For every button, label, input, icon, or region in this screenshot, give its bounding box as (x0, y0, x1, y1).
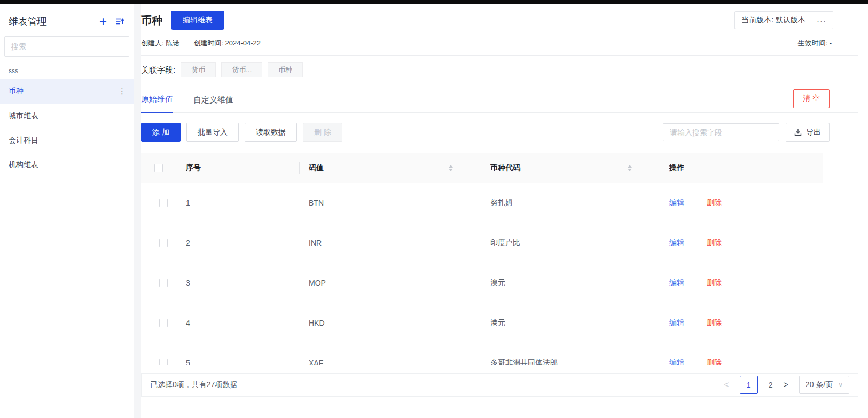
delete-button[interactable]: 删 除 (303, 123, 342, 142)
row-checkbox[interactable] (159, 199, 168, 207)
next-page-icon[interactable]: > (784, 380, 788, 390)
sidebar-item-currency[interactable]: 币种 ⋮ (0, 79, 134, 104)
sidebar-search-input[interactable] (4, 36, 129, 57)
effective-label: 生效时间: (797, 39, 827, 47)
row-checkbox[interactable] (159, 319, 168, 327)
table-body: 1 BTN 努扎姆 编辑 删除 2 INR 印度卢比 编辑 删除 (141, 183, 823, 365)
related-fields-row: 关联字段: 货币 货币... 币种 (141, 62, 858, 77)
export-label: 导出 (806, 128, 821, 137)
row-edit-link[interactable]: 编辑 (669, 358, 684, 365)
sidebar-item-accounting[interactable]: 会计科目 (0, 128, 134, 153)
prev-page-icon[interactable]: < (724, 380, 729, 390)
table-header: 序号 码值 币种代码 操作 (141, 153, 823, 183)
sidebar-item-organization[interactable]: 机构维表 (0, 153, 134, 177)
row-checkbox[interactable] (159, 239, 168, 247)
column-header-currency-code[interactable]: 币种代码 (481, 153, 660, 183)
sidebar-item-label: 币种 (9, 86, 24, 96)
chevron-down-icon: ∨ (838, 381, 843, 389)
page-size-select[interactable]: 20 条/页 ∨ (799, 376, 849, 394)
row-checkbox[interactable] (159, 279, 168, 287)
cell-name: 努扎姆 (481, 198, 660, 208)
created-value: 2024-04-22 (225, 39, 261, 47)
creator-value: 陈诺 (166, 39, 179, 47)
cell-code: INR (299, 239, 481, 247)
table-row: 1 BTN 努扎姆 编辑 删除 (141, 183, 823, 223)
add-dimension-table-icon[interactable]: + (99, 16, 107, 27)
row-delete-link[interactable]: 删除 (707, 238, 722, 248)
kebab-menu-icon[interactable]: ⋮ (118, 86, 126, 96)
page-button-1[interactable]: 1 (740, 376, 758, 394)
caret-up-icon (449, 165, 453, 168)
select-all-cell (141, 153, 176, 183)
version-divider (811, 17, 811, 24)
export-button[interactable]: 导出 (786, 123, 830, 142)
sort-icon[interactable] (628, 165, 632, 171)
batch-import-button[interactable]: 批量导入 (186, 123, 239, 142)
cell-no: 3 (176, 279, 299, 287)
sidebar-item-label: 城市维表 (9, 111, 38, 121)
cell-name: 港元 (481, 318, 660, 328)
download-icon (794, 129, 802, 136)
sort-icon[interactable] (449, 165, 453, 171)
sidebar: 维表管理 + sss 币种 ⋮ (0, 4, 134, 418)
table-row: 3 MOP 澳元 编辑 删除 (141, 263, 823, 303)
row-edit-link[interactable]: 编辑 (669, 198, 684, 208)
caret-down-icon (628, 169, 632, 171)
data-table: 序号 码值 币种代码 操作 (141, 153, 823, 365)
field-tag: 货币 (181, 62, 216, 77)
sidebar-item-city[interactable]: 城市维表 (0, 104, 134, 128)
row-delete-link[interactable]: 删除 (707, 198, 722, 208)
caret-up-icon (628, 165, 632, 168)
column-header-label: 码值 (309, 163, 324, 173)
cell-no: 5 (176, 359, 299, 365)
row-edit-link[interactable]: 编辑 (669, 318, 684, 328)
clear-button[interactable]: 清 空 (793, 89, 830, 108)
sidebar-title: 维表管理 (9, 15, 99, 28)
table-row: 4 HKD 港元 编辑 删除 (141, 303, 823, 343)
cell-code: BTN (299, 199, 481, 207)
page-title: 币种 (141, 13, 162, 28)
meta-row: 创建人: 陈诺 创建时间: 2024-04-22 生效时间: - (141, 38, 858, 56)
column-header-code[interactable]: 码值 (299, 153, 481, 183)
cell-code: MOP (299, 279, 481, 287)
cell-code: HKD (299, 319, 481, 327)
row-edit-link[interactable]: 编辑 (669, 278, 684, 288)
caret-down-icon (449, 169, 453, 171)
sidebar-item-label: 机构维表 (9, 160, 38, 170)
row-checkbox[interactable] (159, 359, 168, 365)
select-all-checkbox[interactable] (154, 164, 163, 172)
field-tag: 货币... (221, 62, 262, 77)
edit-dimension-table-button[interactable]: 编辑维表 (171, 11, 224, 30)
column-header-actions: 操作 (660, 153, 823, 183)
selection-summary: 已选择0项，共有27项数据 (150, 380, 237, 390)
sidebar-group-label: sss (0, 57, 134, 79)
more-actions-icon[interactable]: ··· (817, 16, 826, 25)
tab-original-values[interactable]: 原始维值 (141, 94, 173, 113)
row-edit-link[interactable]: 编辑 (669, 238, 684, 248)
version-box[interactable]: 当前版本: 默认版本 ··· (734, 11, 833, 29)
table-row: 5 XAF 多哥非洲共同体法郎 编辑 删除 (141, 343, 823, 365)
table-row: 2 INR 印度卢比 编辑 删除 (141, 223, 823, 263)
cell-code: XAF (299, 359, 481, 365)
cell-no: 2 (176, 239, 299, 247)
creator-label: 创建人: (141, 39, 164, 47)
app-window: 维表管理 + sss 币种 ⋮ (0, 4, 868, 418)
creator-meta: 创建人: 陈诺 (141, 38, 179, 48)
read-data-button[interactable]: 读取数据 (245, 123, 297, 142)
row-delete-link[interactable]: 删除 (707, 278, 722, 288)
layout-gutter (134, 4, 141, 418)
sort-ascending-icon[interactable] (115, 17, 125, 26)
title-row: 币种 编辑维表 当前版本: 默认版本 ··· (141, 11, 858, 30)
toolbar: 添 加 批量导入 读取数据 删 除 导出 (141, 123, 858, 142)
table-footer: 已选择0项，共有27项数据 < 1 2 > 20 条/页 ∨ (141, 373, 858, 397)
field-tag: 币种 (268, 62, 303, 77)
page-button-2[interactable]: 2 (769, 381, 773, 389)
table-search-input[interactable] (663, 123, 779, 141)
row-delete-link[interactable]: 删除 (707, 318, 722, 328)
tab-custom-values[interactable]: 自定义维值 (193, 95, 233, 112)
add-button[interactable]: 添 加 (141, 123, 181, 142)
cell-name: 印度卢比 (481, 238, 660, 248)
cell-no: 1 (176, 199, 299, 207)
row-delete-link[interactable]: 删除 (707, 358, 722, 365)
cell-name: 多哥非洲共同体法郎 (481, 358, 660, 365)
